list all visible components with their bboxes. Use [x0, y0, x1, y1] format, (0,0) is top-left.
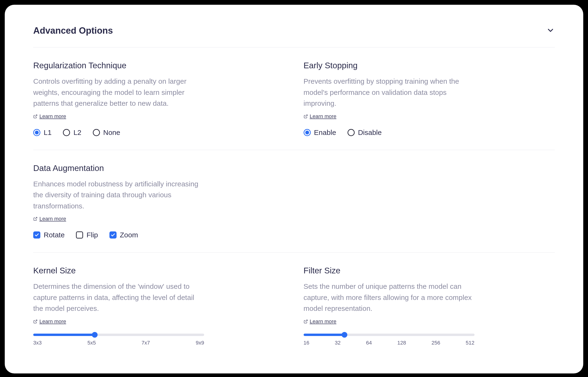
- option-title: Kernel Size: [33, 266, 204, 275]
- learn-more-label: Learn more: [310, 318, 337, 325]
- learn-more-link[interactable]: Learn more: [304, 113, 475, 119]
- option-description: Enhances model robustness by artificiall…: [33, 178, 204, 212]
- option-description: Determines the dimension of the 'window'…: [33, 281, 204, 314]
- option-description: Prevents overfitting by stopping trainin…: [304, 76, 475, 109]
- slider-track: [33, 334, 204, 336]
- external-link-icon: [304, 319, 308, 324]
- early-stopping-radio-group: Enable Disable: [304, 129, 475, 137]
- external-link-icon: [304, 114, 308, 118]
- option-title: Filter Size: [304, 266, 475, 275]
- learn-more-label: Learn more: [310, 113, 337, 119]
- slider-thumb[interactable]: [92, 332, 98, 338]
- svg-line-0: [35, 115, 37, 117]
- radio-none[interactable]: None: [93, 129, 120, 137]
- advanced-options-panel: Advanced Options Regularization Techniqu…: [5, 5, 583, 373]
- radio-label: L1: [44, 129, 51, 137]
- checkbox-label: Rotate: [44, 231, 64, 239]
- external-link-icon: [33, 319, 38, 324]
- tick-label: 256: [432, 340, 440, 346]
- chevron-down-icon[interactable]: [546, 26, 555, 35]
- option-description: Controls overfitting by adding a penalty…: [33, 76, 204, 109]
- checkbox-indicator: [33, 231, 40, 238]
- svg-line-3: [35, 320, 37, 322]
- checkbox-rotate[interactable]: Rotate: [33, 231, 64, 239]
- slider-thumb[interactable]: [342, 332, 347, 338]
- checkbox-indicator: [76, 231, 83, 238]
- regularization-radio-group: L1 L2 None: [33, 129, 204, 137]
- filter-size-block: Filter Size Sets the number of unique pa…: [304, 266, 475, 346]
- learn-more-label: Learn more: [39, 318, 66, 325]
- radio-indicator: [33, 129, 40, 136]
- svg-line-1: [305, 115, 307, 117]
- radio-indicator: [304, 129, 311, 136]
- tick-label: 32: [335, 340, 340, 346]
- kernel-slider[interactable]: 3x3 5x5 7x7 9x9: [33, 334, 204, 346]
- tick-label: 9x9: [196, 340, 204, 346]
- learn-more-link[interactable]: Learn more: [33, 113, 204, 119]
- checkbox-label: Zoom: [120, 231, 138, 239]
- radio-label: Enable: [314, 129, 336, 137]
- svg-line-4: [305, 320, 307, 322]
- tick-label: 16: [304, 340, 309, 346]
- checkbox-indicator: [109, 231, 117, 238]
- checkbox-zoom[interactable]: Zoom: [109, 231, 138, 239]
- augmentation-checkbox-group: Rotate Flip Zoom: [33, 231, 204, 239]
- radio-disable[interactable]: Disable: [348, 129, 382, 137]
- tick-label: 5x5: [87, 340, 96, 346]
- options-row-1: Regularization Technique Controls overfi…: [33, 47, 555, 150]
- early-stopping-block: Early Stopping Prevents overfitting by s…: [304, 61, 475, 137]
- learn-more-link[interactable]: Learn more: [33, 216, 204, 222]
- svg-line-2: [35, 217, 37, 219]
- kernel-size-block: Kernel Size Determines the dimension of …: [33, 266, 204, 346]
- learn-more-label: Learn more: [39, 113, 66, 119]
- check-icon: [34, 233, 39, 237]
- learn-more-link[interactable]: Learn more: [304, 318, 475, 325]
- option-title: Data Augmentation: [33, 163, 204, 173]
- tick-label: 7x7: [141, 340, 150, 346]
- radio-l2[interactable]: L2: [63, 129, 81, 137]
- slider-fill: [304, 334, 345, 336]
- slider-fill: [33, 334, 95, 336]
- radio-l1[interactable]: L1: [33, 129, 51, 137]
- radio-indicator: [93, 129, 100, 136]
- radio-enable[interactable]: Enable: [304, 129, 336, 137]
- slider-track: [304, 334, 475, 336]
- external-link-icon: [33, 114, 38, 118]
- option-description: Sets the number of unique patterns the m…: [304, 281, 475, 314]
- radio-label: Disable: [358, 129, 382, 137]
- tick-label: 3x3: [33, 340, 41, 346]
- option-title: Regularization Technique: [33, 61, 204, 70]
- radio-label: L2: [73, 129, 81, 137]
- external-link-icon: [33, 217, 38, 221]
- tick-label: 64: [366, 340, 372, 346]
- augmentation-block: Data Augmentation Enhances model robustn…: [33, 163, 204, 239]
- learn-more-label: Learn more: [39, 216, 66, 222]
- tick-label: 512: [466, 340, 475, 346]
- check-icon: [111, 233, 115, 237]
- slider-ticks: 16 32 64 128 256 512: [304, 340, 475, 346]
- radio-label: None: [103, 129, 120, 137]
- radio-indicator: [348, 129, 355, 136]
- slider-ticks: 3x3 5x5 7x7 9x9: [33, 340, 204, 346]
- section-title: Advanced Options: [33, 26, 113, 36]
- radio-indicator: [63, 129, 70, 136]
- tick-label: 128: [397, 340, 406, 346]
- checkbox-label: Flip: [87, 231, 98, 239]
- learn-more-link[interactable]: Learn more: [33, 318, 204, 325]
- section-header: Advanced Options: [33, 16, 555, 47]
- regularization-block: Regularization Technique Controls overfi…: [33, 61, 204, 137]
- checkbox-flip[interactable]: Flip: [76, 231, 98, 239]
- options-row-3: Kernel Size Determines the dimension of …: [33, 253, 555, 359]
- filter-slider[interactable]: 16 32 64 128 256 512: [304, 334, 475, 346]
- options-row-2: Data Augmentation Enhances model robustn…: [33, 150, 555, 253]
- option-title: Early Stopping: [304, 61, 475, 70]
